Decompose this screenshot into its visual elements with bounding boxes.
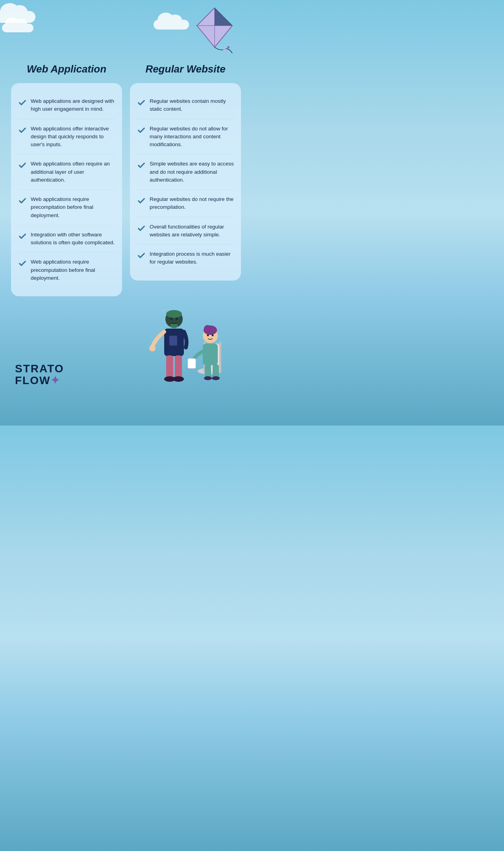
website-header: Regular Website: [130, 63, 241, 75]
svg-rect-10: [169, 336, 177, 346]
webapp-item-text: Web applications are designed with high …: [31, 97, 115, 113]
logo-line2: FLOW✦: [15, 375, 60, 387]
check-icon: [137, 126, 146, 136]
website-card: Regular websites contain mostly static c…: [130, 83, 241, 281]
svg-point-26: [207, 334, 209, 336]
logo-text-strato: STRATO: [15, 362, 64, 375]
svg-rect-11: [166, 355, 173, 379]
website-list-item: Simple websites are easy to access and d…: [137, 154, 234, 190]
svg-point-15: [170, 318, 172, 320]
webapp-item-text: Web applications require precomputation …: [31, 258, 115, 282]
webapp-list-item: Web applications offer interactive desig…: [18, 119, 115, 155]
bottom-section: STRATO FLOW✦: [11, 300, 241, 387]
webapp-item-text: Web applications often require an additi…: [31, 160, 115, 184]
svg-point-16: [176, 318, 178, 320]
svg-point-31: [212, 376, 220, 380]
website-list-item: Regular websites do not allow for many i…: [137, 119, 234, 155]
check-icon: [137, 196, 146, 206]
svg-point-8: [170, 323, 178, 328]
svg-point-17: [149, 345, 156, 351]
check-icon: [18, 98, 27, 108]
svg-rect-12: [175, 355, 182, 379]
website-item-text: Integration process is much easier for r…: [150, 250, 234, 266]
webapp-item-text: Integration with other software solution…: [31, 231, 115, 247]
svg-point-30: [204, 376, 212, 380]
webapp-list-item: Web applications require precomputation …: [18, 253, 115, 288]
svg-point-7: [166, 310, 182, 318]
check-icon: [18, 259, 27, 269]
svg-rect-22: [203, 344, 218, 365]
webapp-list-item: Web applications often require an additi…: [18, 154, 115, 190]
svg-rect-32: [188, 359, 196, 368]
webapp-list-item: Web applications are designed with high …: [18, 92, 115, 119]
check-icon: [137, 251, 146, 261]
svg-rect-29: [213, 364, 219, 378]
check-icon: [18, 126, 27, 136]
columns-header: Web Application Regular Website: [11, 63, 241, 75]
website-item-text: Simple websites are easy to access and d…: [150, 160, 234, 184]
webapp-item-text: Web applications offer interactive desig…: [31, 125, 115, 149]
website-list-item: Regular websites contain mostly static c…: [137, 92, 234, 119]
main-container: Web Application Regular Website Web appl…: [0, 0, 252, 395]
website-item-text: Regular websites contain mostly static c…: [150, 97, 234, 113]
svg-rect-28: [205, 364, 211, 378]
website-item-text: Overall functionalities of regular websi…: [150, 223, 234, 239]
webapp-card: Web applications are designed with high …: [11, 83, 122, 296]
check-icon: [18, 232, 27, 242]
svg-point-27: [212, 334, 214, 336]
logo-line1: STRATO: [15, 363, 64, 375]
columns-content: Web applications are designed with high …: [11, 83, 241, 296]
check-icon: [137, 224, 146, 234]
check-icon: [18, 161, 27, 171]
svg-point-14: [173, 376, 184, 382]
svg-point-25: [204, 325, 211, 332]
logo: STRATO FLOW✦: [15, 363, 64, 387]
webapp-list-item: Web applications require precompitation …: [18, 190, 115, 225]
webapp-item-text: Web applications require precompitation …: [31, 195, 115, 219]
characters-illustration: [127, 300, 237, 387]
check-icon: [137, 161, 146, 171]
webapp-header: Web Application: [11, 63, 122, 75]
logo-accent: ✦: [50, 374, 60, 386]
check-icon: [18, 196, 27, 206]
webapp-list-item: Integration with other software solution…: [18, 225, 115, 253]
website-list-item: Integration process is much easier for r…: [137, 245, 234, 272]
logo-text-flow: FLOW: [15, 374, 50, 386]
website-item-text: Regular websites do not allow for many i…: [150, 125, 234, 149]
website-list-item: Overall functionalities of regular websi…: [137, 217, 234, 245]
svg-rect-21: [219, 342, 221, 373]
website-item-text: Regular websites do not require the prec…: [150, 195, 234, 212]
website-list-item: Regular websites do not require the prec…: [137, 190, 234, 217]
check-icon: [137, 98, 146, 108]
